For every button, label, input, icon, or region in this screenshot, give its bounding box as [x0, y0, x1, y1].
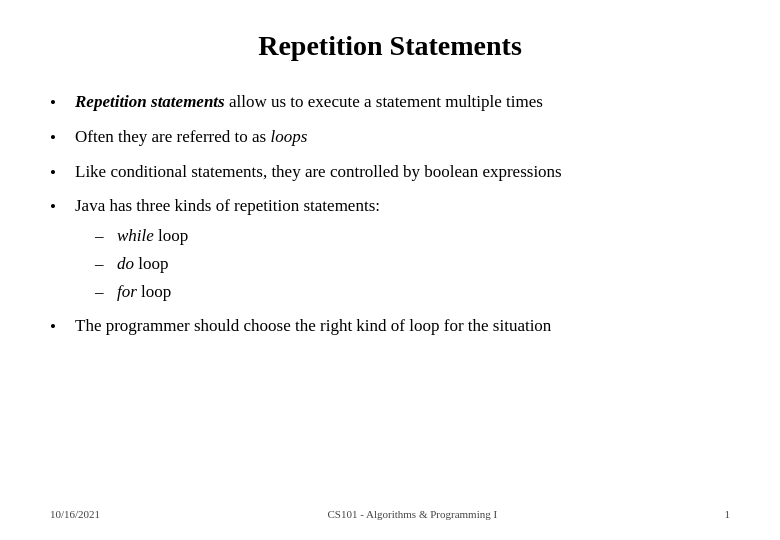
bullet-text-2: Often they are referred to as loops — [75, 125, 730, 149]
sub-dash-2: – — [95, 252, 117, 276]
bullet-dot-5: • — [50, 315, 75, 339]
bullet-text-5: The programmer should choose the right k… — [75, 314, 730, 338]
bullet-dot-3: • — [50, 161, 75, 185]
bullet-text-3: Like conditional statements, they are co… — [75, 160, 730, 184]
sub-item-for: – for loop — [95, 280, 730, 304]
footer-course: CS101 - Algorithms & Programming I — [328, 508, 498, 520]
sub-text-do: do loop — [117, 252, 168, 276]
title-text: Repetition Statements — [258, 30, 522, 61]
sub-dash-3: – — [95, 280, 117, 304]
slide-footer: 10/16/2021 CS101 - Algorithms & Programm… — [50, 498, 730, 520]
footer-page: 1 — [725, 508, 731, 520]
bullet-1-rest: allow us to execute a statement multiple… — [225, 92, 543, 111]
footer-date: 10/16/2021 — [50, 508, 100, 520]
slide-title: Repetition Statements — [50, 30, 730, 62]
bullet-item-1: • Repetition statements allow us to exec… — [50, 90, 730, 115]
sub-item-while: – while loop — [95, 224, 730, 248]
bullet-dot-2: • — [50, 126, 75, 150]
bullet-dot-1: • — [50, 91, 75, 115]
italic-while: while — [117, 226, 154, 245]
italic-loops: loops — [270, 127, 307, 146]
sub-list: – while loop – do loop – for loop — [95, 224, 730, 303]
bold-italic-repetition: Repetition statements — [75, 92, 225, 111]
bullet-item-4: • Java has three kinds of repetition sta… — [50, 194, 730, 303]
bullet-text-1: Repetition statements allow us to execut… — [75, 90, 730, 114]
bullet-2-prefix: Often they are referred to as — [75, 127, 270, 146]
italic-for: for — [117, 282, 137, 301]
bullet-item-2: • Often they are referred to as loops — [50, 125, 730, 150]
slide-content: • Repetition statements allow us to exec… — [50, 90, 730, 498]
bullet-item-5: • The programmer should choose the right… — [50, 314, 730, 339]
bullet-dot-4: • — [50, 195, 75, 219]
bullet-text-4: Java has three kinds of repetition state… — [75, 194, 730, 303]
sub-text-for: for loop — [117, 280, 171, 304]
italic-do: do — [117, 254, 134, 273]
bullet-4-text: Java has three kinds of repetition state… — [75, 196, 380, 215]
sub-item-do: – do loop — [95, 252, 730, 276]
sub-text-while: while loop — [117, 224, 188, 248]
bullet-item-3: • Like conditional statements, they are … — [50, 160, 730, 185]
slide: Repetition Statements • Repetition state… — [0, 0, 780, 540]
sub-dash-1: – — [95, 224, 117, 248]
